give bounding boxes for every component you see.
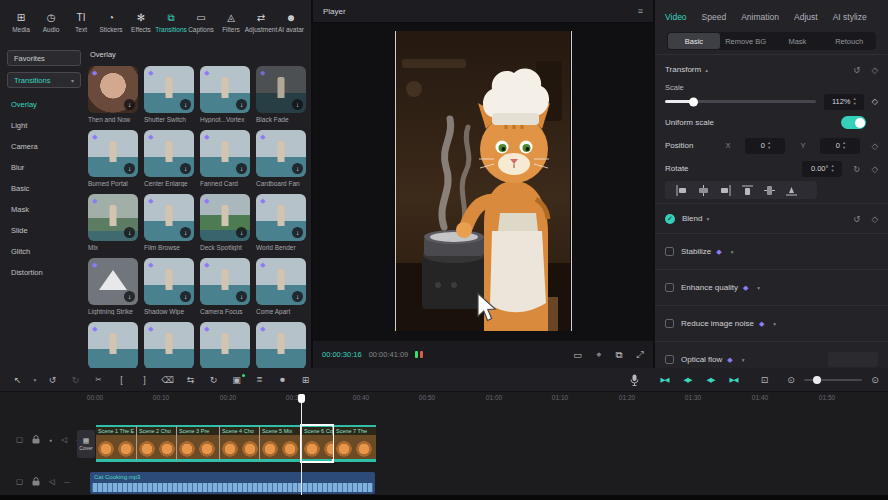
transition-card-partial[interactable]: ◆ xyxy=(88,322,138,368)
scale-value-input[interactable]: 112% ▴▾ xyxy=(824,94,864,110)
keyframe-icon[interactable]: ◇ xyxy=(871,214,878,224)
transition-card[interactable]: ◆↓Lightning Strike xyxy=(88,258,138,315)
position-x-input[interactable]: 0▴▾ xyxy=(745,138,785,154)
align-left-icon[interactable] xyxy=(676,185,687,196)
reduce-noise-checkbox[interactable] xyxy=(665,319,674,328)
toolbar-item-stickers[interactable]: ◔Stickers xyxy=(96,12,126,44)
keyframe-icon[interactable]: ◇ xyxy=(872,97,878,106)
optical-flow-section[interactable]: Optical flow ◆ ▾ xyxy=(665,345,878,368)
timeline-ruler[interactable]: 00:0000:1000:20 00:3000:4000:50 01:0001:… xyxy=(0,394,888,407)
toolbar-item-ai-avatar[interactable]: ☻AI avatar xyxy=(276,12,306,44)
clip-scene-4[interactable]: Scene 4 Cho xyxy=(219,425,259,462)
blend-section[interactable]: ✓ Blend ▾ ↺ ◇ xyxy=(665,207,878,230)
sidebar-item-camera[interactable]: Camera xyxy=(7,136,81,157)
optical-flow-checkbox[interactable] xyxy=(665,355,674,364)
sidebar-item-blur[interactable]: Blur xyxy=(7,157,81,178)
clip-scene-5[interactable]: Scene 5 Mix xyxy=(259,425,301,462)
transition-card-partial[interactable]: ◆ xyxy=(200,322,250,368)
position-y-input[interactable]: 0▴▾ xyxy=(820,138,860,154)
transition-card[interactable]: ◆↓Black Fade xyxy=(256,66,306,123)
subtab-retouch[interactable]: Retouch xyxy=(823,33,875,49)
multitrack-select-icon[interactable]: ▶◀ xyxy=(722,376,745,384)
timeline-playhead[interactable] xyxy=(301,394,302,495)
sidebar-item-mask[interactable]: Mask xyxy=(7,199,81,220)
undo-icon[interactable]: ↺ xyxy=(41,375,64,385)
rotate-icon[interactable]: ↻ xyxy=(202,375,225,385)
transition-card[interactable]: ◆↓Film Browse xyxy=(144,194,194,251)
zoom-in-icon[interactable]: ⊙ xyxy=(868,375,882,385)
toolbar-item-audio[interactable]: ◷Audio xyxy=(36,12,66,44)
subtab-basic[interactable]: Basic xyxy=(668,33,720,49)
keyframe-icon[interactable]: ◇ xyxy=(871,141,878,151)
enhance-quality-checkbox[interactable] xyxy=(665,283,674,292)
sidebar-item-overlay[interactable]: Overlay xyxy=(7,94,81,115)
timeline-zoom-slider[interactable] xyxy=(804,379,862,381)
toolbar-item-text[interactable]: TIText xyxy=(66,12,96,44)
video-preview-cat-chef[interactable] xyxy=(396,31,570,331)
sidebar-item-glitch[interactable]: Glitch xyxy=(7,241,81,262)
timeline-zoom-handle[interactable] xyxy=(813,376,821,384)
clip-bound-left[interactable] xyxy=(395,31,396,331)
scale-slider[interactable] xyxy=(665,100,816,103)
player-menu-icon[interactable]: ≡ xyxy=(638,6,643,16)
transition-card[interactable]: ◆↓Center Enlarge xyxy=(144,130,194,187)
clip-scene-2[interactable]: Scene 2 Cho xyxy=(136,425,176,462)
select-tool-icon[interactable]: ↖ xyxy=(6,375,29,385)
tab-adjust[interactable]: Adjust xyxy=(794,12,818,22)
cover-button[interactable]: ▦ Cover xyxy=(77,430,95,458)
align-top-icon[interactable] xyxy=(742,185,753,196)
transition-card[interactable]: ◆↓World Bender xyxy=(256,194,306,251)
mute-track-icon[interactable]: ◁ xyxy=(49,478,55,486)
audio-clip[interactable]: Cat Cooking.mp3 xyxy=(90,472,375,494)
align-right-icon[interactable] xyxy=(720,185,731,196)
snapshot-icon[interactable]: ⌖ xyxy=(596,349,601,361)
split-icon[interactable]: ✂ xyxy=(87,375,110,384)
stabilize-checkbox[interactable] xyxy=(665,247,674,256)
scale-slider-handle[interactable] xyxy=(689,97,698,106)
reset-icon[interactable]: ↺ xyxy=(853,65,860,75)
auto-ripple-icon[interactable]: ◀▶ xyxy=(676,376,699,384)
uniform-scale-toggle[interactable] xyxy=(841,116,866,129)
tab-video[interactable]: Video xyxy=(665,12,687,22)
board-icon[interactable]: ⊞ xyxy=(294,375,317,385)
tab-animation[interactable]: Animation xyxy=(741,12,779,22)
tab-ai-stylize[interactable]: AI stylize xyxy=(833,12,867,22)
redo-icon[interactable]: ↻ xyxy=(64,375,87,385)
rotate-stepper[interactable]: ▴▾ xyxy=(832,164,834,173)
toolbar-item-filters[interactable]: ◬Filters xyxy=(216,12,246,44)
record-voiceover-icon[interactable] xyxy=(630,374,639,386)
sidebar-item-basic[interactable]: Basic xyxy=(7,178,81,199)
clip-scene-7[interactable]: Scene 7 The xyxy=(333,425,376,462)
fullscreen-icon[interactable]: ⤢ xyxy=(636,349,644,361)
zoom-out-icon[interactable]: ⊙ xyxy=(784,375,798,385)
stabilize-section[interactable]: Stabilize ◆ ▾ xyxy=(665,237,878,266)
pip-icon[interactable]: ⧉ xyxy=(616,349,623,361)
clip-scene-1[interactable]: Scene 1 The E xyxy=(96,425,136,462)
transition-card[interactable]: ◆↓Hypnot...Vortex xyxy=(200,66,250,123)
favorites-button[interactable]: Favorites xyxy=(7,50,81,66)
toolbar-item-captions[interactable]: ▭Captions xyxy=(186,12,216,44)
align-bottom-icon[interactable] xyxy=(786,185,797,196)
trim-right-icon[interactable]: ] xyxy=(133,375,156,385)
solo-track-icon[interactable]: ● xyxy=(49,436,52,444)
rotate-value-input[interactable]: 0.00°▴▾ xyxy=(802,161,842,177)
reduce-noise-section[interactable]: Reduce image noise ◆ ▾ xyxy=(665,309,878,338)
transform-section-header[interactable]: Transform ▴ ↺ ◇ xyxy=(665,58,878,81)
voice-icon[interactable]: ☻ xyxy=(271,375,294,384)
toolbar-item-transitions[interactable]: ⧉Transitions xyxy=(156,12,186,44)
clip-scene-3[interactable]: Scene 3 Pre xyxy=(176,425,219,462)
optical-flow-disabled-button[interactable] xyxy=(828,352,878,367)
transition-card[interactable]: ◆↓Burned Portal xyxy=(88,130,138,187)
toolbar-item-effects[interactable]: ✻Effects xyxy=(126,12,156,44)
ratio-icon[interactable]: ▭ xyxy=(573,349,582,361)
transition-card-partial[interactable]: ◆ xyxy=(144,322,194,368)
audio-mixer-icon[interactable]: ≣ xyxy=(248,375,271,384)
align-center-h-icon[interactable] xyxy=(698,185,709,196)
trim-left-icon[interactable]: [ xyxy=(110,375,133,385)
transition-card[interactable]: ◆↓Shutter Switch xyxy=(144,66,194,123)
reset-icon[interactable]: ↺ xyxy=(853,214,860,224)
lock-track-icon[interactable] xyxy=(32,477,40,486)
mute-track-icon[interactable]: ◁ xyxy=(61,436,67,444)
transition-card[interactable]: ◆↓Come Apart xyxy=(256,258,306,315)
subtab-mask[interactable]: Mask xyxy=(772,33,824,49)
